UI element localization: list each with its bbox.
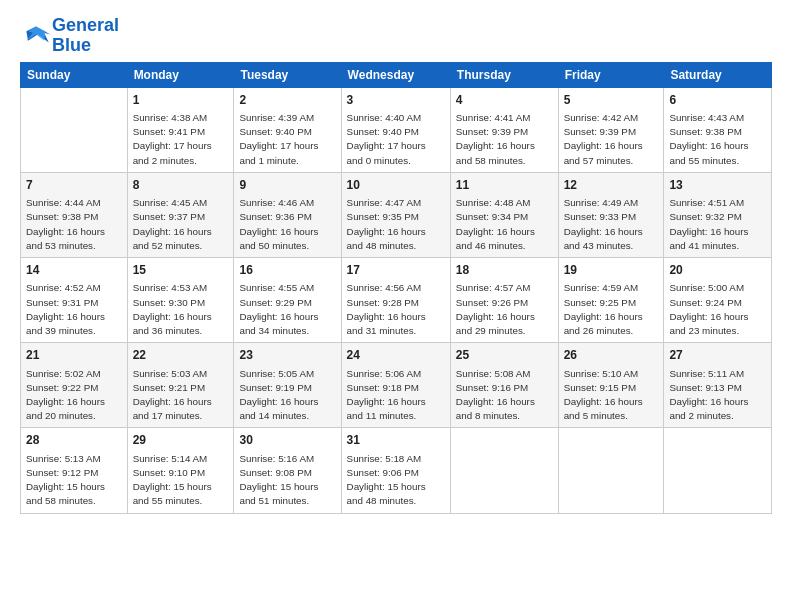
calendar-cell: 30Sunrise: 5:16 AM Sunset: 9:08 PM Dayli… bbox=[234, 428, 341, 513]
calendar-cell: 29Sunrise: 5:14 AM Sunset: 9:10 PM Dayli… bbox=[127, 428, 234, 513]
day-number: 11 bbox=[456, 177, 553, 194]
logo-text: General Blue bbox=[52, 16, 119, 56]
calendar-cell: 17Sunrise: 4:56 AM Sunset: 9:28 PM Dayli… bbox=[341, 258, 450, 343]
cell-content: Sunrise: 5:00 AM Sunset: 9:24 PM Dayligh… bbox=[669, 281, 766, 338]
day-number: 18 bbox=[456, 262, 553, 279]
col-saturday: Saturday bbox=[664, 62, 772, 87]
calendar-cell: 1Sunrise: 4:38 AM Sunset: 9:41 PM Daylig… bbox=[127, 87, 234, 172]
calendar-week-row: 1Sunrise: 4:38 AM Sunset: 9:41 PM Daylig… bbox=[21, 87, 772, 172]
cell-content: Sunrise: 4:42 AM Sunset: 9:39 PM Dayligh… bbox=[564, 111, 659, 168]
day-number: 25 bbox=[456, 347, 553, 364]
col-thursday: Thursday bbox=[450, 62, 558, 87]
day-number: 13 bbox=[669, 177, 766, 194]
calendar-cell: 18Sunrise: 4:57 AM Sunset: 9:26 PM Dayli… bbox=[450, 258, 558, 343]
calendar-cell bbox=[450, 428, 558, 513]
day-number: 17 bbox=[347, 262, 445, 279]
calendar-cell: 28Sunrise: 5:13 AM Sunset: 9:12 PM Dayli… bbox=[21, 428, 128, 513]
day-number: 6 bbox=[669, 92, 766, 109]
calendar-cell: 7Sunrise: 4:44 AM Sunset: 9:38 PM Daylig… bbox=[21, 172, 128, 257]
col-wednesday: Wednesday bbox=[341, 62, 450, 87]
day-number: 7 bbox=[26, 177, 122, 194]
calendar-cell: 27Sunrise: 5:11 AM Sunset: 9:13 PM Dayli… bbox=[664, 343, 772, 428]
calendar-cell: 13Sunrise: 4:51 AM Sunset: 9:32 PM Dayli… bbox=[664, 172, 772, 257]
cell-content: Sunrise: 5:10 AM Sunset: 9:15 PM Dayligh… bbox=[564, 367, 659, 424]
calendar-cell: 26Sunrise: 5:10 AM Sunset: 9:15 PM Dayli… bbox=[558, 343, 664, 428]
calendar-cell: 24Sunrise: 5:06 AM Sunset: 9:18 PM Dayli… bbox=[341, 343, 450, 428]
calendar-cell: 31Sunrise: 5:18 AM Sunset: 9:06 PM Dayli… bbox=[341, 428, 450, 513]
col-monday: Monday bbox=[127, 62, 234, 87]
day-number: 26 bbox=[564, 347, 659, 364]
cell-content: Sunrise: 4:44 AM Sunset: 9:38 PM Dayligh… bbox=[26, 196, 122, 253]
cell-content: Sunrise: 4:48 AM Sunset: 9:34 PM Dayligh… bbox=[456, 196, 553, 253]
day-number: 20 bbox=[669, 262, 766, 279]
cell-content: Sunrise: 4:51 AM Sunset: 9:32 PM Dayligh… bbox=[669, 196, 766, 253]
calendar-cell: 20Sunrise: 5:00 AM Sunset: 9:24 PM Dayli… bbox=[664, 258, 772, 343]
calendar-cell bbox=[21, 87, 128, 172]
day-number: 23 bbox=[239, 347, 335, 364]
logo-bird-icon bbox=[20, 20, 52, 52]
day-number: 1 bbox=[133, 92, 229, 109]
calendar-week-row: 14Sunrise: 4:52 AM Sunset: 9:31 PM Dayli… bbox=[21, 258, 772, 343]
day-number: 8 bbox=[133, 177, 229, 194]
calendar-cell: 4Sunrise: 4:41 AM Sunset: 9:39 PM Daylig… bbox=[450, 87, 558, 172]
calendar-cell: 16Sunrise: 4:55 AM Sunset: 9:29 PM Dayli… bbox=[234, 258, 341, 343]
calendar-cell: 19Sunrise: 4:59 AM Sunset: 9:25 PM Dayli… bbox=[558, 258, 664, 343]
calendar-cell: 23Sunrise: 5:05 AM Sunset: 9:19 PM Dayli… bbox=[234, 343, 341, 428]
cell-content: Sunrise: 4:39 AM Sunset: 9:40 PM Dayligh… bbox=[239, 111, 335, 168]
calendar-week-row: 7Sunrise: 4:44 AM Sunset: 9:38 PM Daylig… bbox=[21, 172, 772, 257]
calendar-cell: 25Sunrise: 5:08 AM Sunset: 9:16 PM Dayli… bbox=[450, 343, 558, 428]
day-number: 5 bbox=[564, 92, 659, 109]
calendar-cell: 9Sunrise: 4:46 AM Sunset: 9:36 PM Daylig… bbox=[234, 172, 341, 257]
calendar-week-row: 28Sunrise: 5:13 AM Sunset: 9:12 PM Dayli… bbox=[21, 428, 772, 513]
calendar-cell: 6Sunrise: 4:43 AM Sunset: 9:38 PM Daylig… bbox=[664, 87, 772, 172]
calendar-cell: 15Sunrise: 4:53 AM Sunset: 9:30 PM Dayli… bbox=[127, 258, 234, 343]
cell-content: Sunrise: 5:11 AM Sunset: 9:13 PM Dayligh… bbox=[669, 367, 766, 424]
calendar-cell: 22Sunrise: 5:03 AM Sunset: 9:21 PM Dayli… bbox=[127, 343, 234, 428]
calendar-week-row: 21Sunrise: 5:02 AM Sunset: 9:22 PM Dayli… bbox=[21, 343, 772, 428]
day-number: 12 bbox=[564, 177, 659, 194]
cell-content: Sunrise: 5:03 AM Sunset: 9:21 PM Dayligh… bbox=[133, 367, 229, 424]
cell-content: Sunrise: 5:02 AM Sunset: 9:22 PM Dayligh… bbox=[26, 367, 122, 424]
day-number: 19 bbox=[564, 262, 659, 279]
day-number: 3 bbox=[347, 92, 445, 109]
cell-content: Sunrise: 4:43 AM Sunset: 9:38 PM Dayligh… bbox=[669, 111, 766, 168]
cell-content: Sunrise: 5:14 AM Sunset: 9:10 PM Dayligh… bbox=[133, 452, 229, 509]
day-number: 29 bbox=[133, 432, 229, 449]
cell-content: Sunrise: 4:45 AM Sunset: 9:37 PM Dayligh… bbox=[133, 196, 229, 253]
day-number: 16 bbox=[239, 262, 335, 279]
calendar-cell: 12Sunrise: 4:49 AM Sunset: 9:33 PM Dayli… bbox=[558, 172, 664, 257]
day-number: 15 bbox=[133, 262, 229, 279]
cell-content: Sunrise: 5:08 AM Sunset: 9:16 PM Dayligh… bbox=[456, 367, 553, 424]
calendar-cell bbox=[558, 428, 664, 513]
calendar-cell: 3Sunrise: 4:40 AM Sunset: 9:40 PM Daylig… bbox=[341, 87, 450, 172]
header: General Blue bbox=[20, 16, 772, 56]
calendar-cell: 8Sunrise: 4:45 AM Sunset: 9:37 PM Daylig… bbox=[127, 172, 234, 257]
cell-content: Sunrise: 4:52 AM Sunset: 9:31 PM Dayligh… bbox=[26, 281, 122, 338]
day-number: 14 bbox=[26, 262, 122, 279]
cell-content: Sunrise: 4:53 AM Sunset: 9:30 PM Dayligh… bbox=[133, 281, 229, 338]
cell-content: Sunrise: 4:41 AM Sunset: 9:39 PM Dayligh… bbox=[456, 111, 553, 168]
day-number: 9 bbox=[239, 177, 335, 194]
day-number: 4 bbox=[456, 92, 553, 109]
calendar-cell: 14Sunrise: 4:52 AM Sunset: 9:31 PM Dayli… bbox=[21, 258, 128, 343]
col-sunday: Sunday bbox=[21, 62, 128, 87]
day-number: 10 bbox=[347, 177, 445, 194]
calendar-cell: 11Sunrise: 4:48 AM Sunset: 9:34 PM Dayli… bbox=[450, 172, 558, 257]
cell-content: Sunrise: 4:40 AM Sunset: 9:40 PM Dayligh… bbox=[347, 111, 445, 168]
calendar-cell: 2Sunrise: 4:39 AM Sunset: 9:40 PM Daylig… bbox=[234, 87, 341, 172]
page: General Blue Sunday Monday Tuesday Wedne… bbox=[0, 0, 792, 612]
day-number: 28 bbox=[26, 432, 122, 449]
calendar-header-row: Sunday Monday Tuesday Wednesday Thursday… bbox=[21, 62, 772, 87]
calendar-cell: 21Sunrise: 5:02 AM Sunset: 9:22 PM Dayli… bbox=[21, 343, 128, 428]
cell-content: Sunrise: 5:16 AM Sunset: 9:08 PM Dayligh… bbox=[239, 452, 335, 509]
calendar-cell: 5Sunrise: 4:42 AM Sunset: 9:39 PM Daylig… bbox=[558, 87, 664, 172]
day-number: 2 bbox=[239, 92, 335, 109]
cell-content: Sunrise: 4:59 AM Sunset: 9:25 PM Dayligh… bbox=[564, 281, 659, 338]
day-number: 22 bbox=[133, 347, 229, 364]
cell-content: Sunrise: 5:06 AM Sunset: 9:18 PM Dayligh… bbox=[347, 367, 445, 424]
calendar-cell: 10Sunrise: 4:47 AM Sunset: 9:35 PM Dayli… bbox=[341, 172, 450, 257]
cell-content: Sunrise: 4:57 AM Sunset: 9:26 PM Dayligh… bbox=[456, 281, 553, 338]
day-number: 24 bbox=[347, 347, 445, 364]
logo: General Blue bbox=[20, 16, 119, 56]
cell-content: Sunrise: 5:13 AM Sunset: 9:12 PM Dayligh… bbox=[26, 452, 122, 509]
